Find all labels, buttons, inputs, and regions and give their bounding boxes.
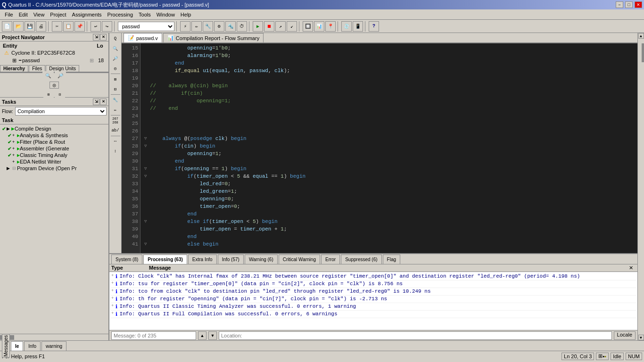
close-button[interactable]: ✕ — [635, 1, 642, 8]
task-timing[interactable]: ✔ + ▶ Classic Timing Analy — [1, 152, 107, 158]
flow-btn1[interactable]: ↗ — [275, 21, 286, 32]
code-content[interactable]: openning=1'b0; alarming=1'b0; end — [140, 43, 637, 253]
et-icon10[interactable]: ↔ — [110, 137, 121, 146]
msg-expand-3[interactable]: + — [111, 288, 114, 293]
nav-close-btn[interactable]: ✕ — [100, 34, 107, 41]
help-button[interactable]: ? — [369, 21, 379, 32]
editor-tab-passwd[interactable]: 📝 passwd.v — [124, 33, 162, 42]
et-icon3[interactable]: 🔎 — [110, 54, 121, 63]
et-num1[interactable]: 267268 — [110, 116, 121, 125]
save-button[interactable]: 💾 — [25, 21, 35, 32]
menu-edit[interactable]: Edit — [16, 11, 31, 18]
menu-help[interactable]: Help — [178, 11, 194, 18]
analyze-button[interactable]: ⚡ — [180, 21, 190, 32]
bottom-tab-ie[interactable]: Ie — [11, 341, 23, 351]
et-icon5[interactable]: ⊞ — [110, 74, 121, 84]
stop-button[interactable]: ⏹ — [264, 21, 274, 32]
et-icon4[interactable]: ◎ — [110, 64, 121, 73]
print-button[interactable]: 🖨 — [36, 21, 46, 32]
paste-button[interactable]: 📌 — [74, 21, 85, 32]
scroll-up-btn[interactable]: ▲ — [638, 33, 644, 39]
task-assembler[interactable]: ✔ + ▶ Assembler (Generate — [1, 145, 107, 152]
task-analysis[interactable]: ✔ + ▶ Analysis & Synthesis — [1, 132, 107, 139]
expand-timing[interactable]: + — [12, 153, 17, 157]
msg-expand-5[interactable]: + — [111, 304, 114, 308]
prog-btn2[interactable]: 📱 — [353, 21, 363, 32]
redo-button[interactable]: ↪ — [102, 21, 112, 32]
expand-eda[interactable]: + — [12, 159, 17, 164]
editor-tab-report[interactable]: 📊 Compilation Report - Flow Summary — [163, 33, 264, 42]
tasks-close-btn[interactable]: ✕ — [100, 99, 107, 105]
message-filter-input[interactable] — [111, 331, 196, 340]
fold-31[interactable]: ▽ — [144, 165, 150, 173]
tab-extra-info[interactable]: Extra Info — [188, 255, 217, 264]
assembler-button[interactable]: 🔩 — [225, 21, 236, 32]
et-icon6[interactable]: ⊟ — [110, 84, 121, 94]
open-button[interactable]: 📂 — [13, 21, 24, 32]
pin-btn[interactable]: 📍 — [325, 21, 336, 32]
project-dropdown[interactable]: passwd — [118, 22, 174, 31]
msg-expand-2[interactable]: + — [111, 281, 114, 286]
chip-btn[interactable]: 🔲 — [303, 21, 313, 32]
prog-btn[interactable]: 💿 — [341, 21, 352, 32]
tab-info[interactable]: Info (57) — [218, 255, 244, 264]
flow-select[interactable]: Compilation — [15, 107, 107, 115]
compile-button[interactable]: ✏ — [191, 21, 202, 32]
et-icon1[interactable]: Q — [110, 34, 121, 43]
fold-27[interactable]: ▽ — [144, 135, 150, 142]
start-compilation[interactable]: ▶ — [253, 21, 263, 32]
msg-expand-6[interactable]: + — [111, 311, 114, 316]
tab-processing[interactable]: Processing (63) — [143, 255, 187, 264]
et-icon7[interactable]: 🔧 — [110, 95, 121, 105]
expand-compile[interactable]: ▶ — [7, 126, 11, 131]
flow-btn2[interactable]: ↙ — [287, 21, 297, 32]
msg-expand-1[interactable]: + — [111, 273, 114, 278]
fold-28[interactable]: ▽ — [144, 142, 150, 150]
messages-vertical-label[interactable]: Messages — [2, 334, 10, 358]
menu-file[interactable]: File — [2, 11, 16, 18]
right-scrollbar[interactable]: ▲ ▼ — [637, 33, 644, 340]
et-icon9[interactable]: ab/ — [110, 126, 121, 135]
menu-window[interactable]: Window — [154, 11, 178, 18]
menu-assignments[interactable]: Assignments — [69, 11, 105, 18]
location-filter-input[interactable] — [219, 331, 612, 340]
task-compile-design[interactable]: ✔ ▶ ▶ Compile Design — [1, 125, 107, 132]
expand-analysis[interactable]: + — [12, 133, 17, 138]
menu-processing[interactable]: Processing — [105, 11, 136, 18]
task-program[interactable]: ✔ ▶ ⊟ Program Device (Open Pr — [1, 165, 107, 172]
tab-flag[interactable]: Flag — [383, 255, 400, 264]
expand-assembler[interactable]: + — [12, 146, 17, 151]
bottom-tab-warning[interactable]: warning — [41, 341, 66, 351]
left-hscroll[interactable] — [0, 334, 108, 340]
synthesis-button[interactable]: 🔧 — [203, 21, 213, 32]
cut-button[interactable]: ✂ — [52, 21, 62, 32]
fitter-button[interactable]: ⚙ — [214, 21, 224, 32]
sim-btn[interactable]: 📊 — [314, 21, 324, 32]
menu-tools[interactable]: Tools — [136, 11, 154, 18]
tab-error[interactable]: Error — [321, 255, 340, 264]
tree-item-passwd[interactable]: ⊞ ━ passwd ⊞ 18 — [1, 57, 107, 64]
minimize-button[interactable]: − — [616, 1, 623, 8]
nav-float-btn[interactable]: ⇲ — [93, 34, 99, 41]
copy-button[interactable]: 📋 — [63, 21, 74, 32]
et-icon2[interactable]: 🔍 — [110, 44, 121, 53]
restore-button[interactable]: □ — [625, 1, 633, 8]
et-icon11[interactable]: ↕ — [110, 147, 121, 156]
fold-32[interactable]: ▽ — [144, 173, 150, 180]
msg-next-btn[interactable]: ▼ — [208, 331, 217, 340]
tab-system[interactable]: System (8) — [111, 255, 142, 264]
tab-suppressed[interactable]: Suppressed (6) — [341, 255, 381, 264]
fold-38[interactable]: ▽ — [144, 218, 150, 225]
bottom-tab-info[interactable]: Info — [24, 341, 41, 351]
menu-view[interactable]: View — [31, 11, 48, 18]
timing-button[interactable]: ⏱ — [237, 21, 247, 32]
menu-project[interactable]: Project — [47, 11, 69, 18]
locale-button[interactable]: Locale — [614, 331, 636, 340]
tab-design-units[interactable]: Design Units — [46, 65, 79, 72]
tasks-float-btn[interactable]: ⇲ — [93, 99, 99, 105]
zoom-btn[interactable]: 🔍 — [42, 71, 54, 81]
fold-41[interactable]: ▽ — [144, 240, 150, 248]
task-fitter[interactable]: ✔ + ▶ Fitter (Place & Rout — [1, 139, 107, 145]
tree-item-cyclone[interactable]: ⚠ Cyclone II: EP2C35F672C8 — [1, 49, 107, 57]
tab-critical-warning[interactable]: Critical Warning — [279, 255, 320, 264]
